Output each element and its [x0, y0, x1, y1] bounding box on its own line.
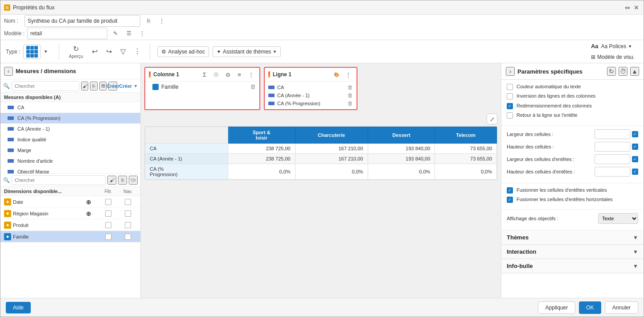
measure-item[interactable]: CA (% Progression): [0, 113, 140, 124]
measure-item[interactable]: Objectif Marge: [0, 166, 140, 173]
measure-item[interactable]: Marge: [0, 145, 140, 156]
row-field-item[interactable]: CA (% Progression)🗑: [268, 99, 353, 107]
row-field-item[interactable]: CA🗑: [268, 83, 353, 91]
param-checkbox[interactable]: ✓: [507, 103, 513, 109]
affichage-select[interactable]: Texte Icône Les deux: [598, 213, 638, 224]
table-col-header: Charcuterie: [295, 127, 368, 144]
interaction-section-header[interactable]: Interaction ▼: [501, 245, 644, 259]
row-field-item[interactable]: CA (Année - 1)🗑: [268, 91, 353, 99]
more-toolbar-button[interactable]: ⋮: [132, 46, 143, 57]
apercu-button[interactable]: ↻ Aperçu: [66, 44, 86, 60]
row-field-delete-icon[interactable]: 🗑: [348, 92, 353, 99]
measure-item[interactable]: CA: [0, 102, 140, 113]
param-input-check-icon[interactable]: ✓: [632, 156, 638, 162]
row-field-delete-icon[interactable]: 🗑: [348, 84, 353, 91]
param-input-field[interactable]: [595, 167, 630, 177]
dim-brush-icon[interactable]: 🖌: [107, 176, 116, 185]
appliquer-button[interactable]: Appliquer: [538, 301, 576, 314]
row-field-label: CA (Année - 1): [277, 93, 345, 98]
param-input-field[interactable]: [595, 154, 630, 164]
dimensions-search-input[interactable]: [12, 175, 106, 185]
close-button[interactable]: ✕: [633, 4, 640, 11]
dim-fltr-checkbox[interactable]: [99, 199, 117, 205]
dim-fltr-checkbox[interactable]: [99, 234, 117, 240]
sum-icon[interactable]: Σ: [200, 70, 209, 79]
param-label: Inversion des lignes et des colonnes: [517, 93, 595, 99]
col-more-button[interactable]: ⋮: [246, 70, 256, 79]
creer-chevron-icon[interactable]: ▼: [134, 84, 138, 88]
copy-name-button[interactable]: ⎘: [143, 16, 154, 26]
creer-label[interactable]: Créer: [119, 83, 132, 89]
col-align-button[interactable]: ≡: [234, 70, 244, 79]
param-input-check-icon[interactable]: ✓: [632, 144, 638, 150]
table-icon[interactable]: ⊞: [99, 82, 107, 91]
dim-nav-checkbox[interactable]: [119, 222, 137, 228]
brush-icon[interactable]: 🖌: [81, 82, 88, 91]
dimension-item[interactable]: ◆ Date ⊕: [0, 196, 140, 208]
panel-expand-button[interactable]: ›: [506, 67, 515, 76]
dim-fltr-checkbox[interactable]: [99, 222, 117, 228]
undo-button[interactable]: ↩: [89, 46, 100, 57]
analysis-button[interactable]: ⚙ Analyse ad-hoc: [157, 46, 209, 57]
clock-panel-button[interactable]: ⏱: [619, 67, 628, 76]
more-model-button[interactable]: ⋮: [137, 28, 148, 39]
copy-icon[interactable]: ⎘: [90, 82, 97, 91]
model-input[interactable]: [27, 28, 107, 39]
dimension-item[interactable]: ◆ Famille: [0, 231, 140, 243]
data-table-container: Sport &loisirCharcuterieDessertTelecomCA…: [144, 126, 497, 180]
infobulle-section-header[interactable]: Info-bulle ▼: [501, 259, 644, 273]
dim-nav-checkbox[interactable]: [119, 234, 137, 240]
row-more-button[interactable]: ⋮: [343, 70, 353, 79]
param-checkbox[interactable]: [507, 93, 513, 99]
table-col-header: Sport &loisir: [228, 127, 295, 144]
dim-filter-icon[interactable]: ▽0: [129, 176, 138, 185]
measure-item[interactable]: Nombre d'article: [0, 156, 140, 166]
sidebar-collapse-button[interactable]: ‹: [4, 67, 13, 76]
grid-type-button[interactable]: [23, 45, 41, 59]
param-checkbox[interactable]: [507, 112, 513, 119]
dim-nav-checkbox[interactable]: [119, 199, 137, 205]
famille-field-delete-icon[interactable]: 🗑: [250, 83, 256, 90]
refresh-panel-button[interactable]: ↻: [607, 67, 616, 76]
param-checkbox2[interactable]: ✓: [507, 197, 513, 203]
dim-fltr-checkbox[interactable]: [99, 210, 117, 217]
annuler-button[interactable]: Annuler: [605, 301, 638, 314]
redo-button[interactable]: ↪: [103, 46, 114, 57]
type-chevron-button[interactable]: ▼: [44, 49, 48, 54]
help-button[interactable]: Aide: [6, 302, 31, 313]
resize-button[interactable]: ⇔: [624, 4, 631, 11]
dim-nav-checkbox[interactable]: [119, 210, 137, 217]
param-input-field[interactable]: [595, 129, 630, 139]
col-settings-button[interactable]: ☉: [211, 70, 221, 79]
model-visu-button[interactable]: ⊞ Modèle de visu.: [587, 52, 638, 62]
param-input-check-icon[interactable]: ✓: [632, 169, 638, 175]
more-name-button[interactable]: ⋮: [156, 16, 167, 26]
param-checkbox2[interactable]: ✓: [507, 187, 513, 193]
dim-copy-icon[interactable]: ⎘: [118, 176, 127, 185]
ok-button[interactable]: OK: [579, 301, 601, 314]
measures-search-input[interactable]: [12, 81, 79, 91]
themes-button[interactable]: ✦ Assistant de thèmes ▼: [213, 46, 281, 57]
param-checkbox[interactable]: [507, 84, 513, 90]
expand-table-button[interactable]: ⤢: [487, 114, 497, 124]
name-input[interactable]: [25, 15, 140, 27]
measure-item[interactable]: Indice qualité: [0, 134, 140, 145]
col-minus-button[interactable]: ⊖: [223, 70, 233, 79]
themes-section-header[interactable]: Thèmes ▼: [501, 231, 644, 245]
row-color-button[interactable]: 🎨: [332, 70, 341, 79]
dimensions-header: Dimensions disponible... Fltr. Nav.: [0, 187, 140, 196]
list-model-button[interactable]: ☰: [123, 28, 134, 39]
fonts-button[interactable]: Aa Aa Polices ▼: [587, 41, 638, 51]
creer-button[interactable]: Créer: [108, 82, 117, 91]
param-input-check-icon[interactable]: ✓: [632, 131, 638, 137]
row-field-delete-icon[interactable]: 🗑: [348, 100, 353, 107]
param-input-field[interactable]: [595, 142, 630, 152]
dimension-item[interactable]: ◆ Produit: [0, 219, 140, 231]
param-input-label: Hauteur des cellules :: [507, 144, 595, 149]
dimension-item[interactable]: ◆ Région Magasin ⊕: [0, 208, 140, 219]
collapse-panel-button[interactable]: ▲: [630, 67, 639, 76]
filter-button[interactable]: ▽: [118, 46, 128, 57]
measure-item[interactable]: CA (Année - 1): [0, 124, 140, 134]
edit-model-button[interactable]: ✎: [110, 28, 121, 39]
params-section: Couleur automatique du texteInversion de…: [501, 80, 644, 126]
